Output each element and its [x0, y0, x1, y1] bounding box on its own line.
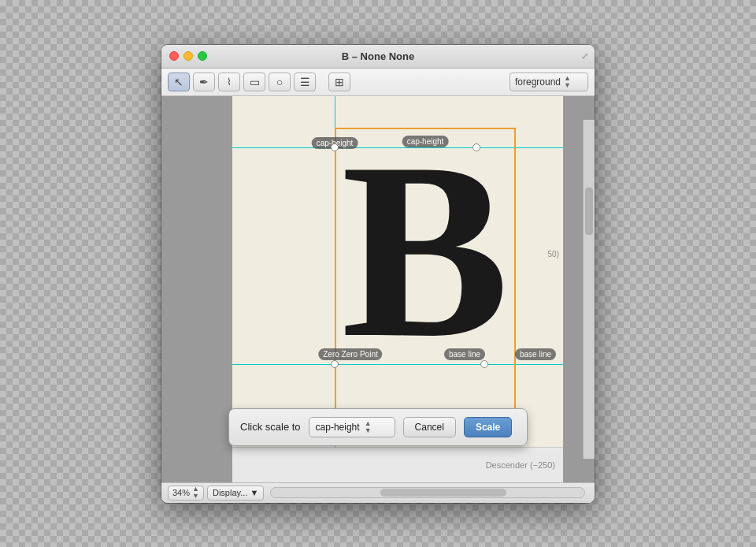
window-title: B – None None — [342, 50, 414, 62]
horizontal-scrollbar[interactable] — [270, 487, 585, 498]
baseline-label-right: base line — [515, 348, 556, 360]
anchor-baseline-left — [331, 360, 339, 368]
zero-zero-label: Zero Zero Point — [318, 348, 382, 360]
maximize-button[interactable] — [198, 51, 207, 61]
anchor-cap-height-left — [331, 143, 339, 151]
display-arrow-icon: ▼ — [250, 488, 258, 497]
zoom-arrows-icon: ▲▼ — [192, 486, 199, 500]
scrollbar-thumb-h[interactable] — [380, 489, 506, 497]
scale-dropdown-arrows-icon: ▲▼ — [365, 420, 372, 434]
ellipse-icon: ○ — [276, 76, 283, 88]
ellipse-tool-button[interactable]: ○ — [269, 73, 291, 91]
scrollbar-thumb-v[interactable] — [585, 188, 593, 235]
main-window: B – None None ⤢ ↖ ✒ ⌇ ▭ ○ ☰ ⊞ foreground… — [161, 45, 595, 503]
scale-dropdown-value: cap-height — [316, 422, 360, 433]
foreground-label: foreground — [515, 76, 561, 87]
dropdown-arrows-icon: ▲▼ — [564, 75, 571, 89]
grid-right-label: 50) — [548, 250, 559, 259]
descender-label: Descender (−250) — [486, 460, 555, 470]
toolbar: ↖ ✒ ⌇ ▭ ○ ☰ ⊞ foreground ▲▼ — [161, 69, 595, 96]
hand-tool-button[interactable]: ☰ — [294, 73, 316, 91]
knife-tool-button[interactable]: ⌇ — [218, 73, 240, 91]
minimize-button[interactable] — [183, 51, 193, 61]
display-button[interactable]: Display... ▼ — [207, 486, 264, 500]
arrow-tool-button[interactable]: ↖ — [168, 73, 190, 91]
descender-area: Descender (−250) — [232, 447, 563, 482]
left-panel — [161, 96, 232, 482]
scale-button[interactable]: Scale — [464, 417, 512, 437]
close-button[interactable] — [169, 51, 179, 61]
pen-tool-button[interactable]: ✒ — [193, 73, 215, 91]
component-icon: ⊞ — [335, 76, 344, 88]
glyph-canvas: B cap-height cap-height Zero Zero Point … — [232, 96, 563, 447]
cap-height-label-right: cap-height — [402, 136, 449, 147]
cancel-button[interactable]: Cancel — [403, 417, 456, 437]
scale-dialog-label: Click scale to — [240, 421, 301, 433]
foreground-dropdown[interactable]: foreground ▲▼ — [510, 73, 588, 91]
component-button[interactable]: ⊞ — [328, 73, 350, 91]
display-label: Display... — [213, 488, 247, 497]
zoom-value: 34% — [172, 488, 190, 497]
anchor-baseline-right — [480, 360, 488, 368]
scale-dialog: Click scale to cap-height ▲▼ Cancel Scal… — [228, 408, 528, 446]
rect-tool-button[interactable]: ▭ — [243, 73, 265, 91]
traffic-lights — [169, 51, 207, 61]
resize-icon[interactable]: ⤢ — [581, 51, 588, 61]
titlebar: B – None None ⤢ — [161, 45, 595, 69]
knife-icon: ⌇ — [227, 76, 232, 87]
vertical-scrollbar[interactable] — [583, 120, 595, 459]
glyph-letter: B — [335, 128, 516, 372]
canvas-area: B cap-height cap-height Zero Zero Point … — [161, 96, 595, 482]
bottombar: 34% ▲▼ Display... ▼ — [161, 482, 595, 503]
anchor-cap-height-right — [472, 143, 480, 151]
scale-to-dropdown[interactable]: cap-height ▲▼ — [309, 417, 395, 437]
pen-icon: ✒ — [199, 76, 209, 88]
baseline-label-mid: base line — [444, 348, 485, 360]
rect-icon: ▭ — [250, 76, 260, 88]
hand-icon: ☰ — [300, 76, 310, 88]
zoom-selector[interactable]: 34% ▲▼ — [168, 486, 204, 500]
arrow-icon: ↖ — [174, 76, 183, 88]
